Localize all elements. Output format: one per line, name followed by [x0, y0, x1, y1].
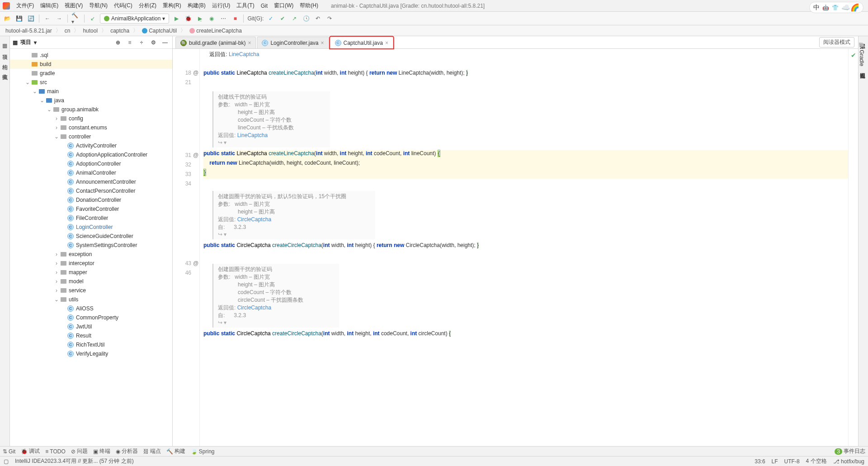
menu-edit[interactable]: 编辑(E) [38, 1, 61, 10]
tree-item[interactable]: CScienceGuideController [10, 232, 172, 241]
tree-arrow-icon[interactable]: ⌄ [32, 88, 38, 95]
save-all-icon[interactable]: 💾 [14, 14, 24, 23]
status-branch[interactable]: ⎇ hotfix/bug [833, 458, 864, 465]
status-encoding[interactable]: UTF-8 [784, 458, 800, 465]
dots-icon[interactable]: ⋯ [219, 14, 228, 23]
tool-terminal[interactable]: ▣ 终端 [93, 447, 110, 455]
side-tab-project[interactable]: ▦ 项目 [0, 39, 9, 54]
tree-item[interactable]: ⌄group.animalbk [10, 105, 172, 114]
menu-git[interactable]: Git [258, 2, 270, 10]
coverage-icon[interactable]: ▶̤ [195, 14, 204, 23]
menu-tools[interactable]: 工具(T) [234, 1, 257, 10]
editor-tab[interactable]: CLoginController.java× [257, 37, 329, 48]
code-area[interactable]: 返回值: LineCaptcha public static LineCaptc… [200, 49, 848, 446]
tool-events[interactable]: 3 事件日志 [835, 447, 865, 455]
tree-item[interactable]: CFavoriteController [10, 204, 172, 214]
run-icon[interactable]: ▶ [172, 14, 181, 23]
open-icon[interactable]: 📂 [3, 14, 12, 23]
side-tab-gradle[interactable]: 🐘 Gradle [859, 42, 868, 66]
locate-icon[interactable]: ⊕ [113, 38, 123, 47]
tree-item[interactable]: build [10, 60, 172, 69]
tool-problems[interactable]: ⊘ 问题 [71, 447, 88, 455]
editor-tab[interactable]: CCaptchaUtil.java× [330, 37, 393, 48]
tree-item[interactable]: ⌄main [10, 87, 172, 96]
tool-build[interactable]: 🔨 构建 [166, 447, 185, 455]
close-icon[interactable]: × [321, 40, 324, 46]
tool-endpoints[interactable]: ⛓ 端点 [143, 447, 161, 455]
inspection-strip[interactable]: ✔ [848, 49, 858, 446]
status-caret-pos[interactable]: 33:6 [755, 458, 765, 465]
project-tree[interactable]: .sqlbuildgradle⌄src⌄main⌄java⌄group.anim… [10, 49, 172, 446]
hide-icon[interactable]: — [160, 38, 170, 47]
expand-all-icon[interactable]: ≡ [125, 38, 134, 47]
debug-icon[interactable]: 🐞 [184, 14, 193, 23]
tree-item[interactable]: ⌄utils [10, 295, 172, 304]
crumb-pkg[interactable]: hutool [81, 27, 99, 35]
crumb-pkg[interactable]: captcha [108, 27, 131, 35]
run-config-selector[interactable]: AnimalBkApplication ▾ [100, 14, 169, 24]
javadoc-return-type[interactable]: LineCaptcha [229, 51, 259, 57]
tree-item[interactable]: CActivityController [10, 141, 172, 150]
chevron-down-icon[interactable]: ▾ [34, 39, 37, 46]
crumb-method[interactable]: createLineCaptcha [188, 27, 244, 35]
tree-arrow-icon[interactable]: ⌄ [53, 133, 60, 140]
settings-icon[interactable]: ⚙ [149, 38, 158, 47]
menu-code[interactable]: 代码(C) [111, 1, 135, 10]
menu-navigate[interactable]: 导航(N) [86, 1, 110, 10]
reader-mode-button[interactable]: 阅读器模式 [819, 37, 854, 48]
status-line-sep[interactable]: LF [772, 458, 778, 465]
gutter-line[interactable]: 46 [173, 270, 199, 279]
git-history-icon[interactable]: 🕓 [302, 14, 311, 23]
menu-window[interactable]: 窗口(W) [271, 1, 296, 10]
tree-item[interactable]: ⌄java [10, 96, 172, 105]
gutter-line[interactable]: 32 [173, 162, 199, 171]
tree-item[interactable]: ›constant.enums [10, 123, 172, 132]
tree-arrow-icon[interactable]: › [53, 115, 60, 122]
crumb-pkg[interactable]: cn [63, 27, 72, 35]
gutter-line[interactable]: 34 [173, 181, 199, 190]
tree-item[interactable]: CResult [10, 331, 172, 340]
back-icon[interactable]: ← [43, 14, 52, 23]
tree-item[interactable]: CCommonProperty [10, 313, 172, 322]
crumb-class[interactable]: CaptchaUtil [140, 27, 179, 35]
side-tab-structure[interactable]: 结构 [0, 57, 9, 64]
tree-item[interactable]: CAdoptionController [10, 159, 172, 168]
git-update-icon[interactable]: ✓ [266, 14, 275, 23]
tree-arrow-icon[interactable]: ⌄ [39, 97, 45, 104]
menu-view[interactable]: 视图(V) [62, 1, 85, 10]
tree-item[interactable]: CJwtUtil [10, 322, 172, 331]
tool-profiler[interactable]: ◉ 分析器 [116, 447, 138, 455]
tool-windows-icon[interactable]: ▢ [4, 458, 9, 465]
menu-file[interactable]: 文件(F) [14, 1, 37, 10]
tree-item[interactable]: CRichTextUtil [10, 340, 172, 349]
crumb-jar[interactable]: hutool-all-5.8.21.jar [4, 27, 54, 35]
side-tab-bookmarks[interactable]: 收藏夹 [0, 67, 9, 74]
tree-item[interactable]: ›config [10, 114, 172, 123]
collapse-icon[interactable]: ÷ [137, 38, 146, 47]
tree-item[interactable]: CVerifyLegality [10, 349, 172, 358]
tree-arrow-icon[interactable]: › [53, 287, 60, 294]
git-redo-icon[interactable]: ↷ [325, 14, 334, 23]
build-icon[interactable]: 🔨▾ [71, 14, 80, 23]
git-commit-icon[interactable]: ✔ [278, 14, 287, 23]
close-icon[interactable]: × [385, 40, 388, 46]
gutter-line[interactable]: 33 [173, 171, 199, 181]
gutter-line[interactable]: 43@ [173, 260, 199, 270]
tree-item[interactable]: ›mapper [10, 268, 172, 277]
gutter-line[interactable]: 31@ [173, 152, 199, 162]
tool-git[interactable]: ⇅ Git [3, 448, 15, 455]
tree-item[interactable]: ›exception [10, 250, 172, 259]
tree-arrow-icon[interactable]: ⌄ [46, 106, 52, 113]
tree-arrow-icon[interactable]: › [53, 251, 60, 257]
tool-spring[interactable]: 🍃 Spring [191, 448, 215, 455]
tree-item[interactable]: ›model [10, 277, 172, 286]
tree-item[interactable]: CContactPersonController [10, 186, 172, 195]
tree-arrow-icon[interactable]: › [53, 269, 60, 276]
git-rollback-icon[interactable]: ↶ [313, 14, 322, 23]
menu-refactor[interactable]: 重构(R) [160, 1, 184, 10]
tree-arrow-icon[interactable]: ⌄ [53, 296, 60, 303]
tree-item[interactable]: ⌄src [10, 78, 172, 87]
menu-help[interactable]: 帮助(H) [297, 1, 321, 10]
tree-item[interactable]: ⌄controller [10, 132, 172, 141]
gutter-line[interactable]: 21 [173, 79, 199, 89]
